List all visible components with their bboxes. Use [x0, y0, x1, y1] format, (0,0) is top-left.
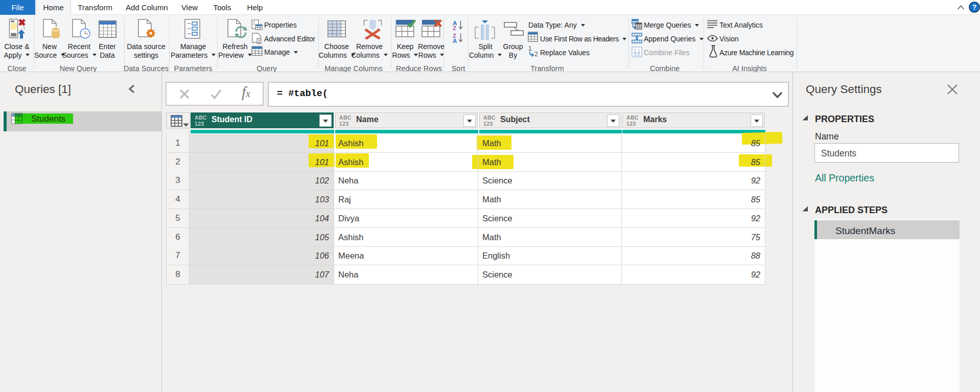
svg-text:Z: Z [453, 25, 456, 31]
svg-text:2: 2 [534, 51, 538, 57]
svg-text:?: ? [972, 3, 977, 11]
svg-text:1: 1 [528, 45, 532, 52]
